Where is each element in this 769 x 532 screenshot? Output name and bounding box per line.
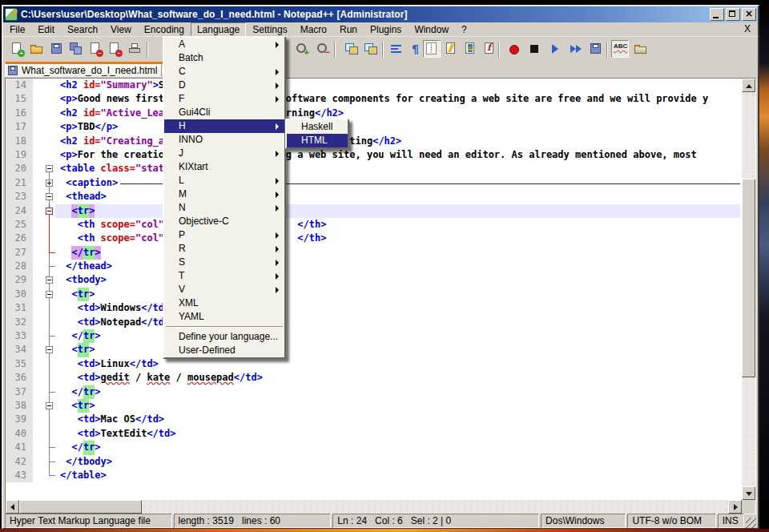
menu-plugins[interactable]: Plugins	[364, 22, 408, 37]
language-menu-item-user-defined[interactable]: User-Defined	[164, 344, 284, 357]
menu-view[interactable]: View	[104, 22, 138, 37]
language-menu-item-xml[interactable]: XML	[164, 296, 284, 310]
fold-margin-marker[interactable]	[33, 343, 55, 357]
resize-grip[interactable]	[746, 518, 756, 528]
language-submenu-item-html[interactable]: HTML	[287, 134, 348, 147]
menu-run[interactable]: Run	[333, 22, 364, 37]
code-line-42[interactable]: 42 </tbody>	[6, 455, 740, 469]
language-menu-item-s[interactable]: S	[164, 256, 284, 269]
sync-horizontal-button[interactable]	[362, 40, 380, 58]
macro-run-multiple-button[interactable]	[567, 40, 585, 58]
code-line-25[interactable]: 25 <th scope="col">Operating system </th…	[6, 218, 740, 232]
menu-file[interactable]: File	[3, 22, 31, 37]
save-file-button[interactable]	[48, 40, 66, 58]
language-menu-item-objective-c[interactable]: Objective-C	[164, 215, 284, 228]
language-menu-item-d[interactable]: D	[164, 79, 284, 92]
macro-play-button[interactable]	[546, 40, 564, 58]
code-line-37[interactable]: 37 </tr>	[6, 385, 740, 399]
language-menu-item-yaml[interactable]: YAML	[164, 310, 284, 324]
code-line-26[interactable]: 26 <th scope="col">Editor </th>	[6, 232, 740, 245]
code-line-23[interactable]: 23 <thead>	[6, 190, 740, 204]
code-line-21[interactable]: 21 <caption>	[6, 176, 740, 190]
maximize-button[interactable]	[726, 8, 740, 21]
code-line-15[interactable]: 15<p>Good news first: all of the needed …	[6, 92, 740, 106]
code-line-33[interactable]: 33 </tr>	[6, 329, 740, 343]
fold-margin-marker[interactable]	[33, 273, 55, 287]
language-menu-item-n[interactable]: N	[164, 201, 284, 215]
menu-encoding[interactable]: Encoding	[138, 22, 191, 37]
vertical-scrollbar[interactable]	[742, 79, 755, 500]
indent-guide-button[interactable]	[423, 40, 441, 58]
close-file-button[interactable]	[87, 40, 104, 58]
show-all-characters-button[interactable]	[407, 40, 425, 58]
code-line-30[interactable]: 30 <tr>	[6, 288, 740, 301]
code-line-24[interactable]: 24 <tr>	[6, 204, 740, 218]
language-menu-item-h[interactable]: H	[164, 119, 284, 133]
code-line-34[interactable]: 34 <tr>	[6, 343, 740, 357]
language-menu-item-v[interactable]: V	[164, 283, 284, 296]
code-line-40[interactable]: 40 <td>TextEdit</td>	[6, 427, 740, 441]
code-line-41[interactable]: 41 </tr>	[6, 441, 740, 454]
code-line-27[interactable]: 27 </tr>	[6, 246, 740, 260]
language-menu-item-inno[interactable]: INNO	[164, 133, 284, 147]
language-menu-item-define-your-language[interactable]: Define your language...	[164, 330, 284, 344]
notepad-plus-plus-icon[interactable]	[5, 8, 18, 21]
fold-margin-marker[interactable]	[33, 190, 55, 204]
code-line-20[interactable]: 20<table class="stats">	[6, 162, 740, 175]
menu-edit[interactable]: Edit	[31, 22, 61, 37]
document-map-button[interactable]	[461, 40, 479, 58]
code-line-31[interactable]: 31 <td>Windows</td>	[6, 301, 740, 315]
code-line-29[interactable]: 29 <tbody>	[6, 273, 740, 287]
spell-check-button[interactable]	[611, 40, 629, 58]
code-line-28[interactable]: 28 </thead>	[6, 260, 740, 273]
code-line-39[interactable]: 39 <td>Mac OS</td>	[6, 413, 740, 426]
code-area[interactable]: 14<h2 id="Summary">Summary</h2>15<p>Good…	[6, 79, 740, 498]
language-menu-item-a[interactable]: A	[164, 38, 284, 51]
code-line-32[interactable]: 32 <td>Notepad</td>	[6, 316, 740, 329]
zoom-in-button[interactable]	[293, 40, 311, 58]
word-wrap-button[interactable]	[388, 40, 405, 58]
horizontal-scrollbar[interactable]	[6, 500, 742, 514]
user-language-dialog-button[interactable]	[442, 40, 460, 58]
language-menu-item-c[interactable]: C	[164, 65, 284, 79]
print-button[interactable]	[126, 40, 143, 58]
fold-margin-marker[interactable]	[33, 399, 55, 413]
code-line-19[interactable]: 19<p>For the creation and updating/editi…	[6, 148, 740, 162]
menu-help[interactable]: ?	[455, 22, 473, 37]
scroll-right-button[interactable]	[728, 500, 742, 514]
horizontal-scroll-thumb[interactable]	[19, 500, 142, 514]
menu-language[interactable]: Language	[191, 22, 246, 37]
language-menu-item-p[interactable]: P	[164, 228, 284, 242]
fold-margin-marker[interactable]	[33, 204, 55, 218]
language-menu-item-t[interactable]: T	[164, 269, 284, 283]
menu-window[interactable]: Window	[408, 22, 455, 37]
function-list-button[interactable]	[481, 40, 498, 58]
menu-settings[interactable]: Settings	[246, 22, 293, 37]
title-bar[interactable]: C:\Users\user\Desktop\What_software_do_I…	[3, 6, 758, 22]
spell-check-settings-button[interactable]	[632, 40, 650, 58]
sync-vertical-button[interactable]	[343, 40, 360, 58]
vertical-scroll-thumb[interactable]	[742, 179, 755, 377]
new-file-button[interactable]	[8, 40, 26, 58]
editor-pane[interactable]: 14<h2 id="Summary">Summary</h2>15<p>Good…	[5, 78, 756, 514]
code-line-36[interactable]: 36 <td>gedit / kate / mousepad</td>	[6, 371, 740, 385]
language-menu-item-gui4cli[interactable]: Gui4Cli	[164, 106, 284, 119]
tab-what-software-do-i-need[interactable]: What_software_do_I_need.html	[5, 62, 176, 78]
menu-macro[interactable]: Macro	[294, 22, 333, 37]
document-close-icon[interactable]: X	[744, 23, 751, 35]
zoom-out-button[interactable]	[314, 40, 332, 58]
close-button[interactable]	[742, 8, 756, 21]
scroll-left-button[interactable]	[6, 500, 19, 514]
code-line-14[interactable]: 14<h2 id="Summary">Summary</h2>	[6, 79, 740, 92]
code-line-38[interactable]: 38 <tr>	[6, 399, 740, 413]
save-all-button[interactable]	[67, 40, 85, 58]
code-line-43[interactable]: 43</table>	[6, 469, 740, 482]
language-menu-item-kixtart[interactable]: KIXtart	[164, 160, 284, 174]
language-submenu-item-haskell[interactable]: Haskell	[287, 120, 348, 134]
code-line-16[interactable]: 16<h2 id="Active_Learning">Active Web Le…	[6, 107, 740, 120]
open-file-button[interactable]	[28, 40, 46, 58]
language-menu-item-r[interactable]: R	[164, 242, 284, 256]
language-menu-item-j[interactable]: J	[164, 147, 284, 160]
fold-margin-marker[interactable]	[33, 176, 55, 190]
language-menu-item-l[interactable]: L	[164, 174, 284, 187]
